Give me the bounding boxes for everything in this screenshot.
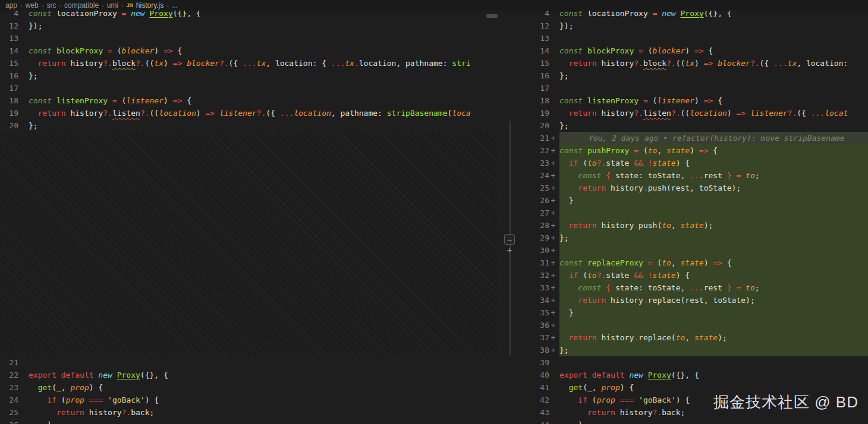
code-line[interactable]: 16}; — [0, 69, 498, 82]
line-number: 14 — [0, 45, 18, 57]
code-token — [29, 109, 38, 118]
diff-added-line[interactable]: 30+ — [523, 244, 868, 257]
breadcrumb-item[interactable]: src — [46, 1, 56, 10]
scrollbar-thumb[interactable] — [486, 14, 498, 18]
line-number-gutter: 26+ — [523, 194, 559, 207]
code-token — [559, 383, 569, 392]
code-line[interactable]: 19 return history?.listen?.((location) =… — [523, 107, 868, 119]
line-number: 35 — [523, 306, 549, 319]
code-line[interactable]: 4const locationProxy = new Proxy({}, { — [523, 11, 868, 20]
code-line[interactable]: 4const locationProxy = new Proxy({}, { — [0, 11, 498, 20]
code-token: => — [699, 146, 709, 155]
code-line[interactable]: 14const blockProxy = (blocker) => { — [523, 45, 868, 57]
added-line-marker — [549, 20, 557, 32]
added-line-marker: + — [549, 306, 557, 319]
diff-added-line[interactable]: 34+ return history.replace(rest, toState… — [523, 294, 868, 306]
code-line[interactable]: 18const listenProxy = (listener) => { — [523, 94, 868, 107]
code-token: ?. — [671, 109, 681, 118]
line-number: 15 — [0, 57, 18, 69]
code-line[interactable]: 20}; — [0, 119, 498, 132]
code-line[interactable]: 44 } — [523, 419, 868, 424]
diff-added-line[interactable]: 32+ if (to?.state && !state) { — [523, 269, 868, 281]
code-line[interactable]: 23 get(_, prop) { — [0, 381, 498, 394]
code-token: }; — [559, 71, 569, 80]
code-token: ) { — [620, 383, 634, 392]
code-token: new — [98, 371, 117, 379]
code-token: }; — [29, 71, 38, 80]
code-line[interactable]: 18const listenProxy = (listener) => { — [0, 94, 498, 107]
code-line[interactable]: 19 return history?.listen?.((location) =… — [0, 107, 498, 119]
diff-added-line[interactable]: 24+ const { state: toState, ...rest } = … — [523, 169, 868, 182]
breadcrumb-separator: › — [20, 2, 23, 9]
diff-added-line[interactable]: 36+ — [523, 319, 868, 331]
code-line[interactable]: 20}; — [523, 119, 868, 132]
diff-added-line[interactable]: 26+ } — [523, 194, 868, 207]
line-number-gutter: 21+ — [523, 132, 559, 144]
code-line[interactable]: 13 — [523, 32, 868, 45]
code-text: }); — [559, 20, 868, 32]
breadcrumb-more[interactable]: ... — [172, 1, 178, 10]
code-line[interactable]: 40export default new Proxy({}, { — [523, 369, 868, 381]
diff-added-line[interactable]: 38+}; — [523, 344, 868, 356]
code-line[interactable]: 17 — [523, 82, 868, 94]
code-token: ); — [704, 221, 713, 230]
line-number: 40 — [523, 369, 549, 381]
code-token: ) — [163, 96, 173, 105]
line-number-gutter: 23+ — [523, 157, 559, 169]
line-number-gutter: 25+ — [523, 182, 559, 194]
revert-block-arrow-button[interactable]: → — [504, 234, 515, 245]
code-line[interactable]: 15 return history?.block?.((tx) => block… — [0, 57, 498, 69]
code-line[interactable]: 17 — [0, 82, 498, 94]
line-number: 12 — [523, 20, 549, 32]
diff-original-pane[interactable]: 4const locationProxy = new Proxy({}, {12… — [0, 11, 498, 424]
breadcrumb-item[interactable]: compatible — [64, 1, 99, 10]
code-line[interactable]: 22export default new Proxy({}, { — [0, 369, 498, 381]
code-token: history — [620, 408, 653, 417]
code-line[interactable]: 39 — [523, 356, 868, 369]
code-text: return history?.block?.((tx) => blocker?… — [29, 57, 498, 69]
breadcrumb-item[interactable]: web — [26, 1, 39, 10]
code-line[interactable]: 14const blockProxy = (blocker) => { — [0, 45, 498, 57]
code-token: ({}, { — [173, 11, 201, 18]
diff-added-line[interactable]: 27+ — [523, 207, 868, 219]
diff-added-line[interactable]: 22+const pushProxy = (to, state) => { — [523, 144, 868, 157]
code-token: (( — [681, 109, 690, 118]
code-token: ( — [653, 258, 662, 267]
code-line[interactable]: 24 if (prop === 'goBack') { — [0, 394, 498, 406]
diff-added-line[interactable]: 28+ return history.push(to, state); — [523, 219, 868, 232]
breadcrumb-item[interactable]: umi — [107, 1, 118, 10]
diff-added-line[interactable]: 31+const replaceProxy = (to, state) => { — [523, 257, 868, 269]
code-token: ({}, { — [704, 11, 732, 18]
diff-added-line[interactable]: 33+ const { state: toState, ...rest } = … — [523, 281, 868, 294]
line-number: 19 — [523, 107, 549, 119]
diff-plus-button[interactable]: + — [505, 245, 514, 255]
code-line[interactable]: 12}); — [523, 20, 868, 32]
diff-added-line[interactable]: 37+ return history.replace(to, state); — [523, 331, 868, 344]
code-token: ... — [811, 109, 825, 118]
diff-added-line[interactable]: 29+}; — [523, 232, 868, 244]
code-token — [741, 171, 746, 180]
diff-added-line[interactable]: 35+ } — [523, 306, 868, 319]
code-token: const — [29, 11, 56, 18]
breadcrumb-item[interactable]: app — [5, 1, 17, 10]
code-line[interactable]: 25 return history?.back; — [0, 406, 498, 419]
diff-modified-pane[interactable]: 4const locationProxy = new Proxy({}, {12… — [523, 11, 868, 424]
diff-added-line[interactable]: 21+You, 2 days ago • refactor(history): … — [523, 132, 868, 144]
diff-added-line[interactable]: 25+ return history.push(rest, toState); — [523, 182, 868, 194]
code-line[interactable]: 16}; — [523, 69, 868, 82]
breadcrumb-file[interactable]: history.js — [136, 1, 163, 10]
code-token: ( — [648, 96, 658, 105]
diff-added-line[interactable]: 23+ if (to?.state && !state) { — [523, 157, 868, 169]
code-token: history — [70, 109, 103, 118]
code-token: state: toState, — [611, 171, 690, 180]
added-line-marker — [549, 82, 557, 94]
code-text: }; — [559, 69, 868, 82]
code-line[interactable]: 26 } — [0, 419, 498, 424]
line-number: 22 — [523, 144, 549, 157]
code-token — [634, 395, 639, 404]
code-line[interactable]: 15 return history?.block?.((tx) => block… — [523, 57, 868, 69]
code-line[interactable]: 21 — [0, 356, 498, 369]
code-text — [559, 82, 868, 94]
code-line[interactable]: 13 — [0, 32, 498, 45]
code-line[interactable]: 12}); — [0, 20, 498, 32]
